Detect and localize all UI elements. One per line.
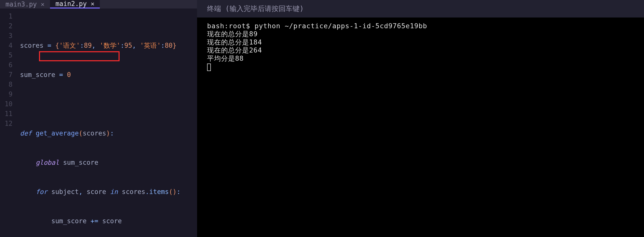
close-icon[interactable]: ✕ [91,0,94,7]
line-number: 8 [0,80,13,90]
line-number: 12 [0,119,13,128]
terminal-line: 现在的总分是264 [207,46,262,54]
code-content[interactable]: scores = {'语文':89, '数学':95, '英语':80} sum… [15,12,197,237]
terminal-pane: 终端 (输入完毕后请按回车键) bash:root$ python ~/prac… [197,0,644,237]
line-number: 3 [0,31,13,41]
line-number: 10 [0,99,13,109]
tab-label: main2.py [56,0,87,8]
tab-main2[interactable]: main2.py ✕ [50,0,100,8]
line-number: 1 [0,12,13,21]
line-number-gutter: 1 2 3 4 5 6 7 8 9 10 11 12 [0,12,15,237]
line-number: 6 [0,60,13,70]
terminal-line: 现在的总分是184 [207,38,262,46]
code-line[interactable]: sum_score += score [15,216,197,226]
terminal-line: 现在的总分是89 [207,30,258,38]
code-line[interactable]: for subject, score in scores.items(): [15,187,197,197]
line-number: 7 [0,70,13,80]
line-number: 9 [0,90,13,99]
terminal-cursor [207,64,211,71]
workspace: main3.py ✕ main2.py ✕ 1 2 3 4 5 6 7 8 9 … [0,0,644,237]
code-line[interactable]: global sum_score [15,158,197,168]
line-number: 11 [0,109,13,119]
close-icon[interactable]: ✕ [41,1,44,8]
code-area[interactable]: 1 2 3 4 5 6 7 8 9 10 11 12 scores = {'语文… [0,8,197,237]
tab-main3[interactable]: main3.py ✕ [0,0,50,8]
terminal-line: 平均分是88 [207,54,244,62]
tab-label: main3.py [6,0,37,8]
code-line[interactable]: scores = {'语文':89, '数学':95, '英语':80} [15,41,197,50]
terminal-title: 终端 (输入完毕后请按回车键) [197,0,644,18]
highlight-annotation [39,51,120,61]
terminal-body[interactable]: bash:root$ python ~/practice/apps-1-id-5… [197,18,644,237]
line-number: 2 [0,21,13,31]
editor-pane: main3.py ✕ main2.py ✕ 1 2 3 4 5 6 7 8 9 … [0,0,197,237]
terminal-line: bash:root$ python ~/practice/apps-1-id-5… [207,22,427,30]
line-number: 4 [0,41,13,50]
code-line[interactable]: sum_score = 0 [15,70,197,80]
code-line[interactable] [15,99,197,109]
code-line[interactable]: def get_average(scores): [15,128,197,138]
line-number: 5 [0,50,13,60]
tab-bar: main3.py ✕ main2.py ✕ [0,0,197,8]
